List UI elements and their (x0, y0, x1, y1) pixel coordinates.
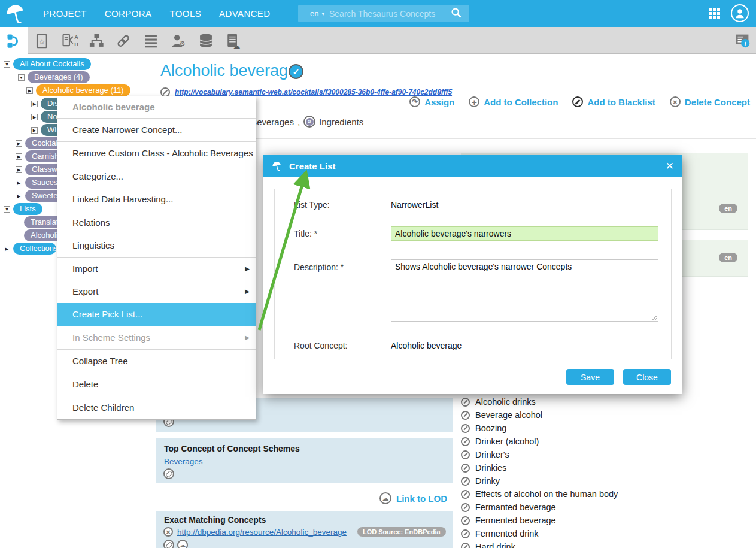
edit-label-icon (461, 437, 470, 446)
link-to-lod-row: Link to LOD (156, 488, 453, 509)
link-icon[interactable] (163, 468, 174, 479)
poolparty-app: PROJECT CORPORA TOOLS ADVANCED en ☆ AB (0, 0, 756, 548)
expander-icon[interactable] (16, 180, 22, 186)
hierarchy-icon[interactable] (86, 30, 107, 52)
menu-linked-data-harvesting[interactable]: Linked Data Harvesting... (57, 188, 256, 211)
user-avatar-icon[interactable] (731, 4, 749, 22)
menu-categorize[interactable]: Categorize... (57, 165, 256, 188)
root-concept-label: Root Concept: (294, 341, 348, 350)
search-box: en (298, 5, 469, 22)
menu-remove-custom-class[interactable]: Remove Custom Class - Alcoholic Beverage… (57, 142, 256, 165)
expander-icon[interactable] (4, 206, 10, 213)
expander-icon[interactable] (31, 127, 38, 134)
menu-create-pick-list[interactable]: Create Pick List... (57, 303, 256, 326)
poolparty-logo-icon[interactable] (0, 4, 31, 24)
expander-icon[interactable] (16, 140, 22, 147)
link-icon[interactable] (113, 30, 134, 52)
edit-label-icon (461, 516, 470, 525)
expander-icon[interactable] (16, 166, 22, 173)
menu-import[interactable]: Import▶ (57, 258, 256, 280)
blacklist-icon (572, 96, 583, 107)
beverages-link[interactable]: Beverages (164, 457, 203, 466)
dbpedia-link[interactable]: http://dbpedia.org/resource/Alcoholic_be… (177, 528, 347, 537)
delete-concept-button[interactable]: Delete Concept (670, 96, 750, 107)
save-button[interactable]: Save (566, 369, 614, 385)
details-info-icon[interactable]: i (731, 30, 753, 52)
assign-button[interactable]: Assign (409, 96, 454, 107)
edit-label-icon (461, 464, 470, 473)
root-concept-value: Alcoholic beverage (391, 341, 462, 350)
tree-node[interactable]: All About Cocktails (13, 58, 91, 70)
document-star-icon[interactable]: ☆ (31, 30, 53, 52)
add-to-collection-button[interactable]: Add to Collection (469, 96, 558, 107)
alt-label-row[interactable]: Drinker's (461, 448, 756, 461)
menu-tools[interactable]: TOOLS (169, 8, 201, 19)
menu-relations[interactable]: Relations (57, 211, 256, 234)
tree-node[interactable]: Collections (13, 243, 56, 255)
edit-label-icon (461, 543, 470, 548)
lod-source-badge: LOD Source: EnDBPedia (357, 527, 446, 537)
menu-project[interactable]: PROJECT (43, 8, 87, 19)
dialog-header: Create List ✕ (263, 155, 682, 177)
resize-grip[interactable] (651, 315, 657, 320)
alt-label-row[interactable]: Drinker (alcohol) (461, 435, 756, 448)
tree-node[interactable]: Lists (13, 203, 42, 215)
apps-grid-icon[interactable] (709, 8, 720, 19)
svg-text:A: A (74, 34, 78, 40)
alt-label-row[interactable]: Fermented beverage (461, 514, 756, 527)
menu-corpora[interactable]: CORPORA (105, 8, 152, 19)
menu-collapse-tree[interactable]: Collapse Tree (57, 350, 256, 373)
expander-icon[interactable] (26, 87, 33, 94)
expander-icon[interactable] (31, 114, 38, 120)
menu-delete[interactable]: Delete (57, 373, 256, 396)
concept-uri-link[interactable]: http://vocabulary.semantic-web.at/cockta… (175, 88, 452, 96)
edit-label-icon (461, 529, 470, 538)
menu-linguistics[interactable]: Linguistics (57, 234, 256, 257)
alt-label-row[interactable]: Beverage alcohol (461, 408, 756, 422)
alt-label: Fermented drink (475, 529, 539, 538)
tree-node[interactable]: Beverages (4) (28, 71, 90, 83)
alt-label-row[interactable]: Effects of alcohol on the human body (461, 488, 756, 501)
cloud-icon[interactable] (177, 540, 188, 548)
alt-label-row[interactable]: Drinky (461, 474, 756, 488)
tree-node[interactable]: Alcoholic beverage (11) (36, 84, 130, 96)
concept-scheme-tree-icon[interactable] (0, 27, 28, 54)
alt-label-row[interactable]: Alcoholic drinks (461, 395, 756, 408)
scheme-ingredients[interactable]: Ingredients (319, 117, 363, 127)
repository-cloud-icon[interactable]: ☁ (222, 30, 244, 52)
menu-advanced[interactable]: ADVANCED (219, 8, 270, 19)
scheme-beverages[interactable]: Beverages (251, 117, 294, 127)
search-input[interactable] (329, 9, 450, 19)
classification-ab-icon[interactable]: AB (59, 30, 80, 52)
svg-text:⚙: ⚙ (179, 40, 185, 47)
close-button[interactable]: Close (623, 369, 671, 385)
menu-in-scheme-settings[interactable]: In Scheme Settings▶ (57, 326, 256, 349)
expander-icon[interactable] (18, 74, 25, 81)
menu-delete-children[interactable]: Delete Children (57, 396, 256, 419)
list-icon[interactable] (140, 30, 162, 52)
user-settings-icon[interactable]: ⚙ (168, 30, 189, 52)
alt-label-row[interactable]: Hard drink (461, 540, 756, 548)
menu-create-narrower-concept[interactable]: Create Narrower Concept... (57, 119, 256, 141)
expander-icon[interactable] (16, 153, 22, 160)
close-icon[interactable]: ✕ (666, 161, 674, 171)
alt-label-row[interactable]: Drinkies (461, 461, 756, 474)
description-textarea[interactable]: Shows Alcoholic beverage's narrower Conc… (391, 259, 658, 322)
add-to-blacklist-button[interactable]: Add to Blacklist (572, 96, 655, 107)
link-icon[interactable] (163, 540, 174, 548)
expander-icon[interactable] (4, 246, 10, 252)
alt-label-row[interactable]: Fermented drink (461, 527, 756, 540)
alt-label-row[interactable]: Fermanted beverage (461, 501, 756, 514)
title-input[interactable] (391, 226, 658, 241)
alt-label: Boozing (475, 423, 506, 433)
database-icon[interactable] (195, 30, 217, 52)
remove-match-icon[interactable] (163, 527, 173, 537)
expander-icon[interactable] (16, 193, 22, 199)
search-icon[interactable] (450, 7, 462, 21)
link-to-lod-button[interactable]: Link to LOD (396, 493, 447, 504)
expander-icon[interactable] (4, 61, 10, 68)
search-language-select[interactable]: en (303, 9, 329, 18)
menu-export[interactable]: Export▶ (57, 280, 256, 303)
alt-label-row[interactable]: Boozing (461, 422, 756, 435)
expander-icon[interactable] (31, 101, 38, 107)
